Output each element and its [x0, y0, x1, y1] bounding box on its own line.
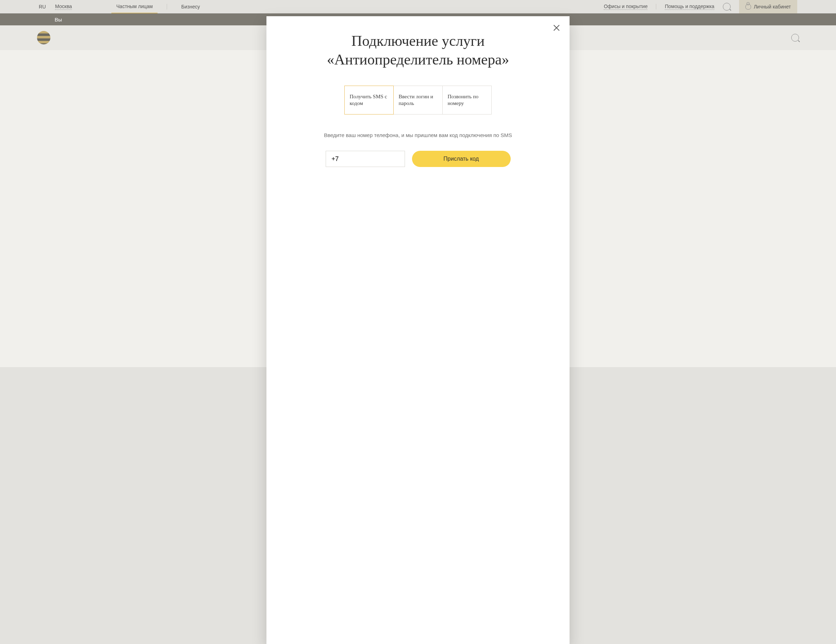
send-code-button[interactable]: Прислать код [412, 151, 511, 167]
tab-sms[interactable]: Получить SMS с кодом [345, 86, 394, 114]
modal-overlay: Подключение услуги «Антиопределитель ном… [0, 0, 836, 367]
phone-form: Прислать код [287, 151, 549, 167]
auth-method-tabs: Получить SMS с кодом Ввести логин и паро… [287, 86, 549, 114]
tab-login[interactable]: Ввести логин и пароль [394, 86, 442, 114]
modal: Подключение услуги «Антиопределитель ном… [266, 16, 570, 367]
close-icon[interactable] [553, 24, 560, 32]
tab-call[interactable]: Позвонить по номеру [442, 86, 491, 114]
instruction-text: Введите ваш номер телефона, и мы пришлем… [287, 132, 549, 138]
phone-input[interactable] [326, 151, 405, 167]
modal-title: Подключение услуги «Антиопределитель ном… [287, 32, 549, 69]
